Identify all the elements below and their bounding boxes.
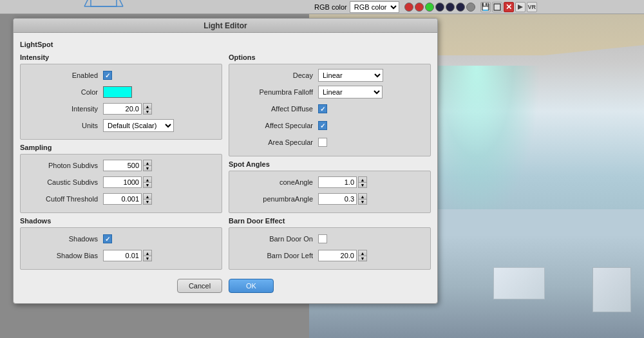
cone-angle-spinner-up[interactable]: ▲: [358, 176, 367, 182]
area-specular-checkbox[interactable]: [318, 138, 327, 147]
toolbar-btn1[interactable]: 💾: [480, 2, 491, 12]
intensity-spinner: ▲ ▼: [143, 103, 152, 115]
enabled-checkbox[interactable]: [103, 71, 112, 80]
lightspot-label: LightSpot: [20, 41, 431, 48]
caustic-spinner-up[interactable]: ▲: [143, 176, 152, 182]
barn-door-left-row: Barn Door Left ▲ ▼: [234, 249, 425, 263]
dark-dot3: [456, 3, 465, 12]
photon-spinner-down[interactable]: ▼: [143, 165, 152, 171]
cutoff-spinner-down[interactable]: ▼: [143, 199, 152, 205]
ok-button[interactable]: OK: [229, 279, 274, 293]
cutoff-input[interactable]: [103, 193, 142, 205]
photon-spinner: ▲ ▼: [143, 160, 152, 171]
intensity-spinner-down[interactable]: ▼: [143, 109, 152, 115]
decay-label: Decay: [234, 71, 318, 79]
cone-angle-row: coneAngle ▲ ▼: [234, 175, 425, 189]
spot-angles-panel: coneAngle ▲ ▼ penumbraAngle: [229, 171, 431, 213]
shadows-panel: Shadows Shadow Bias ▲ ▼: [20, 227, 222, 270]
color-control: [103, 86, 132, 98]
affect-diffuse-row: Affect Diffuse: [234, 102, 425, 116]
affect-diffuse-label: Affect Diffuse: [234, 105, 318, 113]
toolbar-close[interactable]: ✕: [504, 2, 514, 12]
toolbar-btn3[interactable]: [515, 2, 526, 12]
penumbra-falloff-select[interactable]: Linear None: [318, 86, 383, 99]
enabled-control: [103, 71, 112, 80]
dark-dot2: [446, 3, 455, 12]
caustic-subdivs-label: Caustic Subdivs: [26, 178, 103, 186]
penumbra-falloff-control: Linear None: [318, 86, 383, 99]
cancel-button[interactable]: Cancel: [177, 279, 222, 293]
dialog-footer: Cancel OK: [20, 274, 431, 297]
toolbar-buttons: 💾 ✕ VR: [480, 2, 537, 12]
light-editor-dialog: Light Editor LightSpot Intensity Enabled: [13, 18, 438, 304]
color-row: Color: [26, 85, 216, 99]
intensity-input[interactable]: [103, 103, 142, 115]
cone-angle-input[interactable]: [318, 176, 357, 188]
toolbar-btn2[interactable]: [492, 2, 502, 12]
shadow-bias-control: ▲ ▼: [103, 250, 152, 261]
green-dot: [425, 3, 434, 12]
caustic-subdivs-control: ▲ ▼: [103, 176, 152, 188]
shadow-bias-spinner-down[interactable]: ▼: [143, 256, 152, 261]
barn-door-on-checkbox[interactable]: [318, 234, 327, 243]
penumbra-angle-row: penumbraAngle ▲ ▼: [234, 192, 425, 206]
decay-select[interactable]: Linear Inverse Square None: [318, 69, 383, 82]
left-column: Intensity Enabled Color: [20, 51, 222, 274]
cutoff-row: Cutoff Threshold ▲ ▼: [26, 192, 216, 206]
barn-door-left-spinner-down[interactable]: ▼: [358, 256, 367, 261]
photon-subdivs-row: Photon Subdivs ▲ ▼: [26, 158, 216, 173]
intensity-spinner-up[interactable]: ▲: [143, 103, 152, 109]
penumbra-angle-input[interactable]: [318, 193, 357, 205]
barn-door-left-spinner-up[interactable]: ▲: [358, 250, 367, 256]
caustic-subdivs-input[interactable]: [103, 176, 142, 188]
caustic-spinner-down[interactable]: ▼: [143, 182, 152, 188]
affect-diffuse-checkbox[interactable]: [318, 104, 327, 113]
svg-line-5: [117, 0, 123, 6]
rgb-select[interactable]: RGB color: [350, 1, 399, 13]
area-specular-row: Area Specular: [234, 135, 425, 149]
gray-dot: [466, 3, 475, 12]
caustic-subdivs-row: Caustic Subdivs ▲ ▼: [26, 175, 216, 189]
sampling-panel: Photon Subdivs ▲ ▼ Caustic Subdivs: [20, 154, 222, 213]
color-dots: [404, 3, 475, 12]
intensity-control: ▲ ▼: [103, 103, 152, 115]
cone-angle-label: coneAngle: [234, 178, 318, 186]
affect-specular-checkbox[interactable]: [318, 121, 327, 130]
cutoff-spinner-up[interactable]: ▲: [143, 193, 152, 199]
affect-specular-label: Affect Specular: [234, 122, 318, 129]
shadows-checkbox[interactable]: [103, 234, 112, 243]
penumbra-angle-spinner-up[interactable]: ▲: [358, 193, 367, 199]
cone-angle-spinner-down[interactable]: ▼: [358, 182, 367, 188]
svg-rect-3: [91, 0, 117, 6]
light-icon-area: [78, 0, 129, 20]
options-panel: Decay Linear Inverse Square None Penumbr…: [229, 64, 431, 156]
svg-rect-0: [494, 4, 500, 10]
units-select[interactable]: Default (Scalar): [103, 119, 174, 132]
photon-subdivs-input[interactable]: [103, 160, 142, 171]
intensity-value-label: Intensity: [26, 105, 103, 113]
barn-door-panel: Barn Door On Barn Door Left ▲ ▼: [229, 227, 431, 270]
affect-diffuse-control: [318, 104, 327, 113]
svg-marker-1: [518, 5, 523, 10]
caustic-spinner: ▲ ▼: [143, 176, 152, 188]
barn-door-left-label: Barn Door Left: [234, 252, 318, 259]
barn-door-left-input[interactable]: [318, 250, 357, 261]
dialog-title: Light Editor: [14, 19, 437, 33]
penumbra-angle-spinner-down[interactable]: ▼: [358, 199, 367, 205]
right-column: Options Decay Linear Inverse Square None: [229, 51, 431, 274]
spot-angles-section-label: Spot Angles: [229, 160, 431, 168]
photon-subdivs-control: ▲ ▼: [103, 160, 152, 171]
intensity-section-label: Intensity: [20, 53, 222, 61]
area-specular-control: [318, 138, 327, 147]
dialog-body: LightSpot Intensity Enabled Color: [14, 33, 437, 303]
shadow-bias-input[interactable]: [103, 250, 142, 261]
photon-spinner-up[interactable]: ▲: [143, 160, 152, 165]
penumbra-angle-control: ▲ ▼: [318, 193, 367, 205]
penumbra-falloff-row: Penumbra Falloff Linear None: [234, 85, 425, 99]
color-label: Color: [26, 88, 103, 96]
red-dot2: [415, 3, 424, 12]
color-swatch[interactable]: [103, 86, 132, 98]
shadow-bias-spinner-up[interactable]: ▲: [143, 250, 152, 256]
toolbar-btn4[interactable]: VR: [527, 2, 537, 12]
photon-subdivs-label: Photon Subdivs: [26, 162, 103, 169]
